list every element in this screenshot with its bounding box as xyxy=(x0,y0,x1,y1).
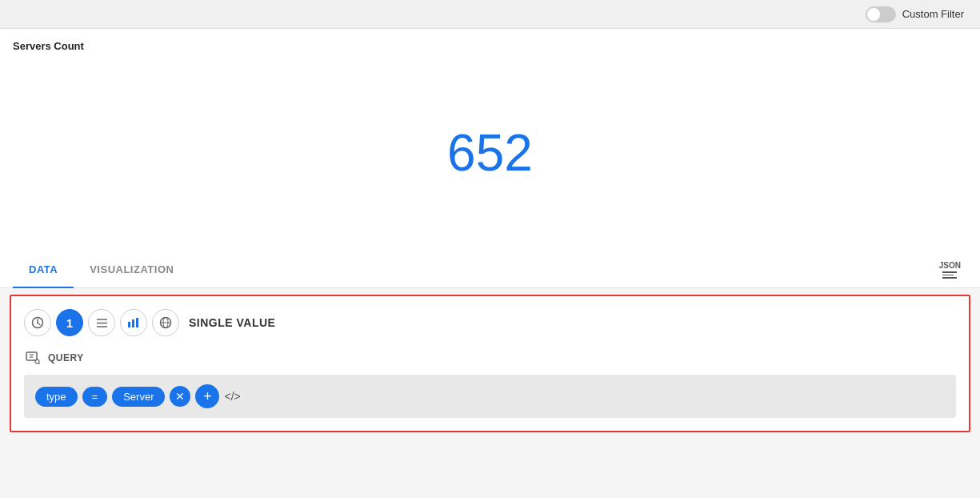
query-label-text: QUERY xyxy=(48,352,84,363)
query-section-label: QUERY xyxy=(24,351,956,365)
bar-chart-icon xyxy=(127,317,140,328)
json-button-label: JSON xyxy=(939,262,961,270)
top-bar: Custom Filter xyxy=(0,0,980,29)
number-type-label: 1 xyxy=(66,316,73,330)
add-filter-button[interactable]: + xyxy=(195,384,219,408)
list-icon xyxy=(96,318,108,328)
metric-display: 652 xyxy=(0,52,980,253)
tabs-group: DATA VISUALIZATION xyxy=(13,253,190,288)
custom-filter-toggle[interactable] xyxy=(866,6,896,22)
query-search-icon xyxy=(24,351,42,365)
time-type-button[interactable] xyxy=(24,309,51,336)
svg-line-16 xyxy=(39,363,40,364)
tab-visualization[interactable]: VISUALIZATION xyxy=(74,253,190,288)
json-button-lines xyxy=(942,271,957,279)
query-type-icons: 1 xyxy=(24,309,956,336)
single-value-label: SINGLE VALUE xyxy=(189,316,275,329)
query-panel: 1 xyxy=(10,295,970,432)
type-pill[interactable]: type xyxy=(35,387,78,407)
svg-rect-6 xyxy=(128,322,130,327)
json-button[interactable]: JSON xyxy=(933,259,967,282)
metric-value: 652 xyxy=(447,123,533,183)
number-type-button[interactable]: 1 xyxy=(56,309,83,336)
query-row: type = Server ✕ + </> xyxy=(24,375,956,418)
json-line-2 xyxy=(942,275,954,276)
svg-rect-12 xyxy=(26,352,37,360)
main-content: Servers Count 652 xyxy=(0,29,980,253)
json-line-1 xyxy=(942,271,957,273)
custom-filter-label: Custom Filter xyxy=(902,8,964,20)
clock-icon xyxy=(31,316,44,329)
tabs-bar: DATA VISUALIZATION JSON xyxy=(0,253,980,288)
remove-filter-button[interactable]: ✕ xyxy=(170,386,190,407)
custom-filter-toggle-container: Custom Filter xyxy=(866,6,964,22)
svg-rect-8 xyxy=(136,318,138,327)
code-toggle-button[interactable]: </> xyxy=(224,390,240,403)
bar-type-button[interactable] xyxy=(120,309,147,336)
globe-icon xyxy=(159,316,172,329)
svg-rect-7 xyxy=(132,319,134,327)
widget-title: Servers Count xyxy=(0,29,980,52)
list-type-button[interactable] xyxy=(88,309,115,336)
server-pill[interactable]: Server xyxy=(112,387,165,407)
equals-pill[interactable]: = xyxy=(82,387,108,407)
tab-data[interactable]: DATA xyxy=(13,253,74,288)
svg-line-2 xyxy=(38,323,40,325)
bottom-panel: DATA VISUALIZATION JSON xyxy=(0,253,980,439)
json-line-3 xyxy=(942,277,957,279)
globe-type-button[interactable] xyxy=(152,309,179,336)
